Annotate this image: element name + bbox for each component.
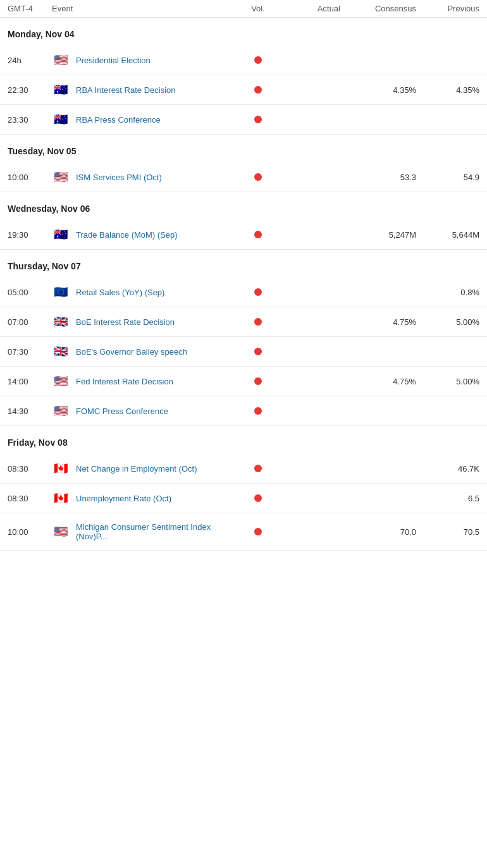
volatility-dot (254, 288, 262, 296)
event-cell: 🇨🇦Unemployment Rate (Oct) (52, 492, 239, 504)
table-row: 24h🇺🇸Presidential Election (0, 46, 487, 75)
volatility-dot (254, 116, 262, 123)
table-row: 10:00🇺🇸ISM Services PMI (Oct)53.354.9 (0, 162, 487, 192)
event-time: 07:00 (8, 317, 52, 327)
volatility-dot (254, 173, 262, 181)
previous-value: 5.00% (416, 377, 479, 386)
event-name[interactable]: BoE Interest Rate Decision (76, 317, 175, 327)
event-time: 08:30 (8, 494, 52, 503)
col-previous-label: Previous (416, 4, 479, 13)
previous-value: 70.5 (416, 527, 479, 537)
volatility-dot (254, 348, 262, 355)
vol-cell (239, 494, 277, 502)
event-name[interactable]: RBA Press Conference (76, 115, 161, 125)
event-cell: 🇦🇺RBA Interest Rate Decision (52, 84, 239, 95)
previous-value: 0.8% (416, 288, 479, 297)
section-header-3: Thursday, Nov 07 (0, 250, 487, 278)
event-cell: 🇺🇸Presidential Election (52, 54, 239, 66)
event-name[interactable]: BoE's Governor Bailey speech (76, 347, 187, 357)
table-row: 14:30🇺🇸FOMC Press Conference (0, 396, 487, 426)
event-time: 10:00 (8, 173, 52, 182)
volatility-dot (254, 377, 262, 385)
event-cell: 🇺🇸FOMC Press Conference (52, 405, 239, 417)
flag-us-icon: 🇺🇸 (52, 54, 70, 66)
event-name[interactable]: Fed Interest Rate Decision (76, 377, 173, 386)
vol-cell (239, 377, 277, 385)
event-time: 07:30 (8, 347, 52, 357)
event-name[interactable]: RBA Interest Rate Decision (76, 85, 176, 95)
flag-us-icon: 🇺🇸 (52, 526, 70, 537)
event-name[interactable]: Michigan Consumer Sentiment Index (Nov)P… (76, 522, 239, 541)
flag-ca-icon: 🇨🇦 (52, 492, 70, 504)
vol-cell (239, 173, 277, 181)
event-time: 24h (8, 56, 52, 65)
event-time: 14:30 (8, 406, 52, 416)
vol-cell (239, 465, 277, 472)
flag-us-icon: 🇺🇸 (52, 171, 70, 183)
section-header-2: Wednesday, Nov 06 (0, 192, 487, 220)
header-row: GMT-4 Event Vol. Actual Consensus Previo… (0, 0, 487, 18)
event-time: 14:00 (8, 377, 52, 386)
event-name[interactable]: Unemployment Rate (Oct) (76, 494, 171, 503)
vol-cell (239, 318, 277, 326)
event-name[interactable]: Presidential Election (76, 56, 151, 65)
event-time: 08:30 (8, 464, 52, 474)
vol-cell (239, 407, 277, 415)
flag-eu-icon: 🇪🇺 (52, 286, 70, 298)
vol-cell (239, 86, 277, 94)
vol-cell (239, 116, 277, 123)
section-header-4: Friday, Nov 08 (0, 426, 487, 454)
event-cell: 🇦🇺Trade Balance (MoM) (Sep) (52, 229, 239, 240)
col-event-label: Event (52, 4, 239, 13)
event-cell: 🇬🇧BoE Interest Rate Decision (52, 316, 239, 327)
event-name[interactable]: Net Change in Employment (Oct) (76, 464, 197, 474)
volatility-dot (254, 86, 262, 94)
sections-container: Monday, Nov 0424h🇺🇸Presidential Election… (0, 18, 487, 551)
event-name[interactable]: FOMC Press Conference (76, 406, 168, 416)
table-row: 08:30🇨🇦Unemployment Rate (Oct)6.5 (0, 484, 487, 513)
event-name[interactable]: Retail Sales (YoY) (Sep) (76, 288, 164, 297)
event-time: 19:30 (8, 230, 52, 240)
flag-au-icon: 🇦🇺 (52, 114, 70, 125)
table-row: 19:30🇦🇺Trade Balance (MoM) (Sep)5,247M5,… (0, 220, 487, 250)
vol-cell (239, 528, 277, 535)
consensus-value: 5,247M (340, 230, 416, 240)
table-row: 05:00🇪🇺Retail Sales (YoY) (Sep)0.8% (0, 278, 487, 307)
consensus-value: 70.0 (340, 527, 416, 537)
flag-au-icon: 🇦🇺 (52, 84, 70, 95)
event-cell: 🇺🇸Michigan Consumer Sentiment Index (Nov… (52, 522, 239, 541)
event-name[interactable]: ISM Services PMI (Oct) (76, 173, 162, 182)
table-row: 10:00🇺🇸Michigan Consumer Sentiment Index… (0, 513, 487, 551)
flag-gb-icon: 🇬🇧 (52, 316, 70, 327)
event-cell: 🇦🇺RBA Press Conference (52, 114, 239, 125)
flag-us-icon: 🇺🇸 (52, 376, 70, 387)
volatility-dot (254, 318, 262, 326)
consensus-value: 4.75% (340, 377, 416, 386)
col-consensus-label: Consensus (340, 4, 416, 13)
table-row: 14:00🇺🇸Fed Interest Rate Decision4.75%5.… (0, 367, 487, 396)
event-cell: 🇬🇧BoE's Governor Bailey speech (52, 346, 239, 357)
event-name[interactable]: Trade Balance (MoM) (Sep) (76, 230, 178, 240)
previous-value: 6.5 (416, 494, 479, 503)
previous-value: 4.35% (416, 85, 479, 95)
event-time: 23:30 (8, 115, 52, 125)
vol-cell (239, 348, 277, 355)
volatility-dot (254, 465, 262, 472)
event-cell: 🇺🇸ISM Services PMI (Oct) (52, 171, 239, 183)
event-time: 05:00 (8, 288, 52, 297)
vol-cell (239, 231, 277, 238)
section-header-0: Monday, Nov 04 (0, 18, 487, 46)
previous-value: 54.9 (416, 173, 479, 182)
table-row: 22:30🇦🇺RBA Interest Rate Decision4.35%4.… (0, 75, 487, 105)
event-cell: 🇪🇺Retail Sales (YoY) (Sep) (52, 286, 239, 298)
col-timezone: GMT-4 (8, 4, 52, 13)
vol-cell (239, 288, 277, 296)
flag-gb-icon: 🇬🇧 (52, 346, 70, 357)
vol-cell (239, 56, 277, 64)
event-cell: 🇺🇸Fed Interest Rate Decision (52, 376, 239, 387)
table-row: 23:30🇦🇺RBA Press Conference (0, 105, 487, 135)
section-header-1: Tuesday, Nov 05 (0, 135, 487, 162)
col-vol-label: Vol. (239, 4, 277, 13)
consensus-value: 53.3 (340, 173, 416, 182)
table-row: 07:30🇬🇧BoE's Governor Bailey speech (0, 337, 487, 367)
